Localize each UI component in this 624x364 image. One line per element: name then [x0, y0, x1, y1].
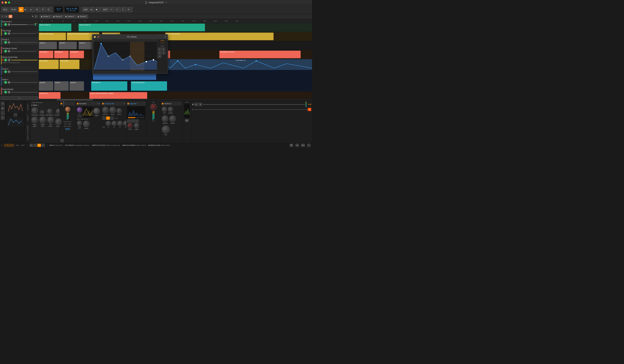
- d-knob[interactable]: [112, 121, 117, 126]
- clip-vocal-d[interactable]: Vocal D: [70, 81, 84, 91]
- search-button[interactable]: 🔍: [290, 144, 293, 147]
- scene-4-button[interactable]: ▶ Scene 4: [64, 15, 76, 19]
- track-menu-icon[interactable]: ≡: [37, 49, 38, 51]
- solo-button[interactable]: S: [4, 70, 7, 73]
- scene-button[interactable]: ▶: [9, 15, 12, 18]
- track-menu-icon[interactable]: ≡: [37, 23, 38, 24]
- mixer-button[interactable]: ≡≡: [90, 7, 95, 12]
- clip-poly-pattern-2[interactable]: Poly Patter...: [60, 60, 79, 69]
- clip-poly-pattern-1[interactable]: Poly Patter...: [39, 60, 59, 69]
- add-track-button[interactable]: +: [1, 96, 38, 100]
- wavetable-dropdown[interactable]: ▾: [98, 103, 99, 105]
- mode-3[interactable]: ⊡: [37, 144, 41, 147]
- tool-curve[interactable]: ∧: [162, 51, 165, 54]
- reso-knob[interactable]: [109, 107, 116, 113]
- scene-2-button[interactable]: ▶ Scene 2: [40, 15, 52, 19]
- wavetable-power[interactable]: [77, 103, 78, 104]
- cursor-icon[interactable]: ↖: [32, 15, 34, 18]
- clip-himalayan-atmo[interactable]: Himalayan...: [39, 51, 53, 58]
- right-fader[interactable]: [203, 104, 305, 105]
- pattern-arrow[interactable]: →: [14, 113, 17, 116]
- mix-tab[interactable]: MIX: [16, 144, 19, 146]
- glide-time-knob[interactable]: [39, 117, 46, 123]
- filter-left[interactable]: ←: [102, 116, 106, 120]
- eg-graph[interactable]: [93, 42, 167, 71]
- mute-button[interactable]: M: [8, 32, 10, 35]
- clip-himalayan-2[interactable]: Himalayan ...: [54, 51, 69, 58]
- eg-folder-icon[interactable]: 📁: [94, 36, 96, 38]
- mute-button[interactable]: M: [8, 41, 10, 44]
- volume-fader[interactable]: [11, 82, 38, 83]
- window-controls[interactable]: [1, 1, 10, 4]
- filter-dropdown[interactable]: ▾: [124, 103, 125, 105]
- track-power-led[interactable]: [2, 50, 4, 52]
- octave-display[interactable]: -1: [40, 110, 44, 114]
- fb-knob[interactable]: [162, 107, 167, 112]
- clip-electro-beat-02[interactable]: Electro Beat 02: [78, 24, 205, 31]
- scene-3-button[interactable]: ▶ Scene 3: [52, 15, 64, 19]
- width-knob[interactable]: [168, 107, 173, 112]
- right-down[interactable]: ▼: [199, 103, 202, 106]
- polymer-osc-knob[interactable]: [65, 107, 70, 112]
- bottom-icon-3[interactable]: ↔: [1, 111, 5, 115]
- volume-fader[interactable]: [11, 71, 38, 72]
- glide-knob[interactable]: [134, 123, 139, 128]
- waveform-knob[interactable]: [47, 109, 52, 114]
- mix-knob[interactable]: [162, 125, 170, 134]
- close-button[interactable]: [1, 1, 4, 4]
- seg-mode[interactable]: J: [135, 119, 139, 123]
- eg-close-button[interactable]: ✕: [164, 36, 166, 38]
- undo-button[interactable]: ↩: [110, 7, 115, 12]
- clip-vocal-drift-02[interactable]: Vocal Drift Bed 02: [131, 81, 167, 91]
- solo-button[interactable]: S: [4, 32, 7, 35]
- close-button-toolbar[interactable]: ✕: [128, 7, 132, 12]
- scene-5-button[interactable]: ▶ Scene 5: [76, 15, 88, 19]
- pitch-knob[interactable]: [128, 123, 132, 128]
- volume-fader[interactable]: [11, 60, 38, 60]
- stop-button[interactable]: ■: [24, 7, 29, 12]
- bottom-icon-1[interactable]: ≡: [1, 102, 5, 106]
- filter-power[interactable]: [102, 103, 104, 104]
- eg-pin-icon[interactable]: 📌: [97, 36, 99, 38]
- wavetable-filter-knob[interactable]: [77, 107, 82, 112]
- capture-button[interactable]: ↺: [42, 7, 47, 12]
- filter-route[interactable]: →: [106, 116, 110, 120]
- help-button[interactable]: ?: [307, 144, 311, 147]
- main-dropdown[interactable]: ▾: [38, 104, 39, 106]
- mode-4[interactable]: ≡: [41, 144, 45, 147]
- view-toggle-button[interactable]: ≡: [1, 15, 4, 18]
- add-button[interactable]: ADD: [82, 7, 89, 12]
- wavetable-menu[interactable]: ≡: [99, 103, 100, 105]
- loop-button[interactable]: ⇄: [36, 7, 41, 12]
- track-menu-icon[interactable]: ≡: [37, 31, 38, 33]
- tool-select[interactable]: ↖: [158, 47, 161, 51]
- output-knob[interactable]: [55, 118, 62, 125]
- polymer-power[interactable]: [61, 103, 62, 104]
- overdub-button[interactable]: ⊡: [48, 7, 52, 12]
- a-knob[interactable]: [106, 121, 111, 126]
- volume-fader[interactable]: [11, 33, 36, 34]
- volume-fader[interactable]: [11, 42, 38, 43]
- clip-scene3[interactable]: Scene 3: [59, 42, 77, 49]
- clip-plug-percussive[interactable]: Plug 01 Percussive: [39, 33, 66, 40]
- out-knob[interactable]: [150, 104, 157, 110]
- play-mode-button[interactable]: PLAY: [10, 7, 18, 12]
- track-power-led[interactable]: [2, 91, 4, 93]
- volume-fader[interactable]: [11, 24, 34, 25]
- scrollbar-thumb[interactable]: [57, 99, 93, 101]
- maximize-button[interactable]: [8, 1, 10, 4]
- play-button[interactable]: ▶: [19, 7, 24, 12]
- mute-button[interactable]: M: [8, 59, 10, 62]
- play-scene-button[interactable]: ▶: [96, 7, 101, 12]
- arranger-scrollbar[interactable]: [39, 99, 312, 101]
- track-power-led[interactable]: [2, 82, 4, 83]
- mode-1[interactable]: ⇄: [29, 144, 33, 147]
- cpu-button[interactable]: CPU: [301, 144, 305, 147]
- osc-sub-knob[interactable]: [31, 107, 38, 114]
- solo-button[interactable]: S: [4, 59, 7, 62]
- grid-button[interactable]: ⊞: [5, 15, 8, 18]
- file-button[interactable]: FILE: [1, 7, 9, 12]
- redo-button[interactable]: ↪: [116, 7, 121, 12]
- freq-knob[interactable]: [102, 107, 109, 113]
- right-up[interactable]: ▲: [194, 103, 198, 106]
